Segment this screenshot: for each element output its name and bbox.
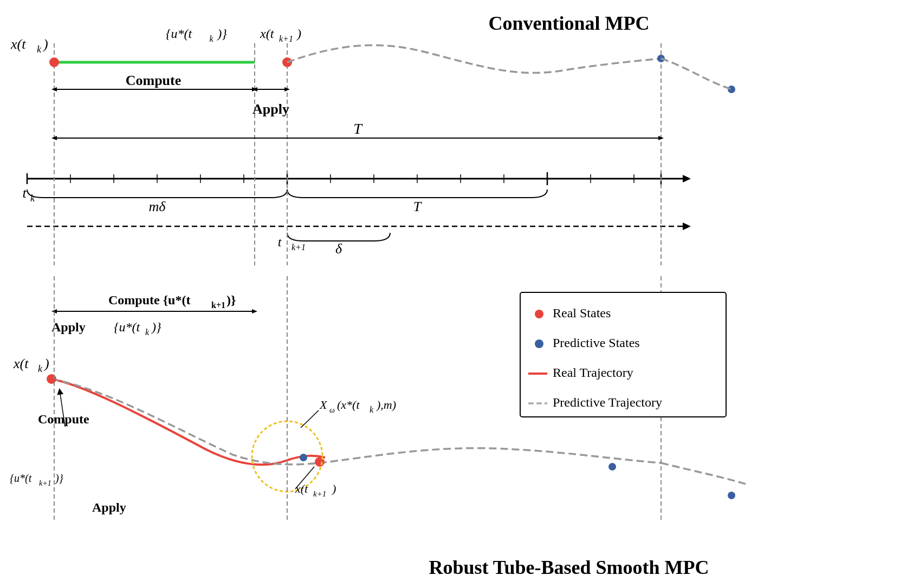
label-x-tk1-bottom-close: ) bbox=[331, 482, 336, 495]
label-x-omega-close: ),m) bbox=[375, 398, 396, 411]
label-x-tk-bottom-close: ) bbox=[43, 356, 49, 371]
legend-label-pred-traj: Predictive Trajectory bbox=[553, 395, 662, 409]
label-apply-top: Apply bbox=[252, 101, 289, 117]
label-tk: t bbox=[22, 185, 27, 201]
legend-dot-real-states bbox=[535, 310, 543, 318]
label-u-star-tk-bottom-close: )} bbox=[151, 320, 161, 334]
label-x-tk1-sub: k+1 bbox=[279, 34, 293, 43]
dot-real-state-1 bbox=[49, 57, 59, 67]
legend-label-pred-states: Predictive States bbox=[553, 336, 640, 350]
svg-marker-37 bbox=[252, 309, 257, 313]
label-x-tk1-bottom-sub: k+1 bbox=[313, 489, 326, 498]
svg-marker-1 bbox=[683, 175, 691, 182]
label-x-tk1-close: ) bbox=[296, 27, 301, 41]
label-u-star-tk-sub: k bbox=[209, 34, 213, 43]
label-x-omega-sub: ω bbox=[329, 406, 335, 414]
diagram-svg: Conventional MPC t k bbox=[0, 0, 900, 588]
label-delta: δ bbox=[335, 241, 342, 257]
label-compute-bottom-sub: k+1 bbox=[211, 300, 225, 310]
label-u-star-tk-close: )} bbox=[216, 27, 227, 41]
legend-label-real-traj: Real Trajectory bbox=[553, 365, 633, 380]
label-x-tk-top-close: ) bbox=[42, 36, 48, 52]
dot-real-bottom-1 bbox=[47, 374, 56, 384]
label-x-omega-sub2: k bbox=[370, 405, 374, 414]
label-u-star-tk-bottom-sub: k bbox=[145, 328, 150, 337]
label-x-tk-bottom-sub: k bbox=[38, 363, 43, 374]
legend-dot-pred-states bbox=[535, 339, 543, 348]
label-tk1-lower: t bbox=[278, 235, 282, 249]
label-x-tk-bottom: x(t bbox=[13, 356, 29, 371]
label-compute-bottom: Compute {u*(t bbox=[108, 293, 190, 307]
label-tk1-lower-sub: k+1 bbox=[292, 243, 306, 252]
label-x-omega: X bbox=[319, 398, 328, 411]
label-mdelta: mδ bbox=[149, 199, 166, 214]
title-conventional-mpc: Conventional MPC bbox=[489, 12, 650, 34]
label-x-tk1-top: x(t bbox=[260, 27, 275, 41]
label-apply-bottom-left: Apply bbox=[92, 500, 126, 514]
label-u-star-tk: {u*(t bbox=[166, 27, 193, 41]
dot-pred-bottom-1 bbox=[300, 454, 307, 461]
dot-pred-bottom-3 bbox=[728, 492, 735, 499]
legend-label-real-states: Real States bbox=[553, 306, 611, 320]
label-apply-bottom: Apply bbox=[51, 320, 86, 334]
label-x-omega-args: (x*(t bbox=[337, 398, 360, 411]
label-u-star-tk1-bottom-sub: k+1 bbox=[39, 479, 51, 487]
label-x-tk-top: x(t bbox=[10, 36, 26, 52]
main-container: Conventional MPC t k bbox=[0, 0, 900, 588]
label-u-star-tk1-bottom: {u*(t bbox=[10, 472, 32, 485]
label-T-right: T bbox=[413, 199, 422, 214]
dot-pred-bottom-2 bbox=[608, 463, 616, 471]
svg-line-38 bbox=[301, 410, 319, 428]
label-tk-sub: k bbox=[30, 193, 35, 204]
title-robust-mpc: Robust Tube-Based Smooth MPC bbox=[429, 557, 709, 578]
label-T-top: T bbox=[353, 120, 363, 137]
svg-marker-20 bbox=[683, 223, 691, 230]
label-u-star-tk-bottom: {u*(t bbox=[114, 320, 141, 334]
label-x-tk-top-sub: k bbox=[37, 44, 42, 55]
label-u-star-tk1-bottom-close: )} bbox=[55, 472, 63, 485]
label-x-tk1-bottom: x(t bbox=[295, 482, 308, 495]
label-compute-top: Compute bbox=[126, 73, 182, 88]
label-compute-bottom-close: )} bbox=[226, 293, 236, 307]
